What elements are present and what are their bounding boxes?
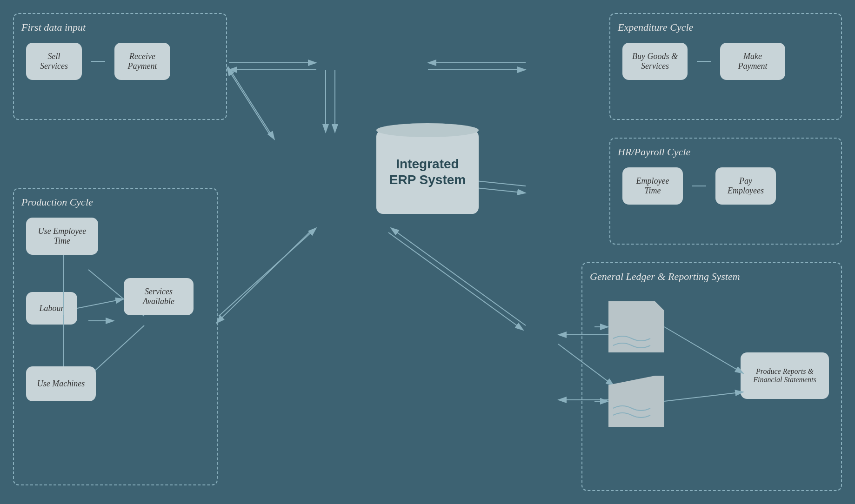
first-data-input-title: First data input (21, 21, 219, 33)
svg-line-12 (219, 228, 316, 316)
buy-goods-services-node: Buy Goods &Services (622, 43, 688, 80)
svg-line-29 (664, 327, 743, 373)
expenditure-cycle-box: Expenditure Cycle Buy Goods &Services Ma… (609, 13, 842, 120)
svg-line-23 (77, 299, 124, 308)
production-cycle-title: Production Cycle (21, 196, 209, 208)
diagram-container: First data input Sell Services ReceivePa… (0, 0, 855, 504)
svg-line-3 (227, 67, 270, 135)
svg-line-30 (664, 392, 743, 401)
employee-time-node: EmployeeTime (622, 167, 683, 205)
general-ledger-box: General Ledger & Reporting System Produc… (581, 262, 842, 491)
production-cycle-box: Production Cycle Use EmployeeTime Labour… (13, 188, 218, 485)
gl-content: Produce Reports & Financial Statements (590, 292, 834, 478)
prod-internal-arrows (21, 218, 207, 473)
sell-services-node: Sell Services (26, 43, 82, 80)
prod-nodes-container: Use EmployeeTime Labour ServicesAvailabl… (21, 218, 209, 473)
gl-internal-arrows (590, 292, 850, 478)
general-ledger-title: General Ledger & Reporting System (590, 271, 834, 283)
erp-cylinder-top (376, 123, 479, 137)
hr-nodes: EmployeeTime PayEmployees (618, 167, 834, 205)
first-data-input-box: First data input Sell Services ReceivePa… (13, 13, 227, 120)
hr-payroll-title: HR/Payroll Cycle (618, 146, 834, 158)
expenditure-cycle-title: Expenditure Cycle (618, 21, 834, 33)
receive-payment-node: ReceivePayment (114, 43, 170, 80)
exp-connector (697, 61, 711, 62)
svg-line-2 (228, 66, 274, 139)
svg-line-15 (388, 232, 523, 330)
erp-cylinder-body: Integrated ERP System (376, 130, 479, 214)
hr-connector (692, 186, 706, 186)
fdi-connector (91, 61, 105, 62)
fdi-nodes: Sell Services ReceivePayment (21, 43, 219, 80)
make-payment-node: MakePayment (720, 43, 785, 80)
hr-payroll-cycle-box: HR/Payroll Cycle EmployeeTime PayEmploye… (609, 138, 842, 245)
svg-line-13 (216, 230, 312, 323)
svg-line-14 (391, 228, 526, 325)
erp-label: Integrated ERP System (389, 156, 466, 187)
erp-cylinder: Integrated ERP System (376, 130, 479, 214)
exp-nodes: Buy Goods &Services MakePayment (618, 43, 834, 80)
pay-employees-node: PayEmployees (715, 167, 776, 205)
